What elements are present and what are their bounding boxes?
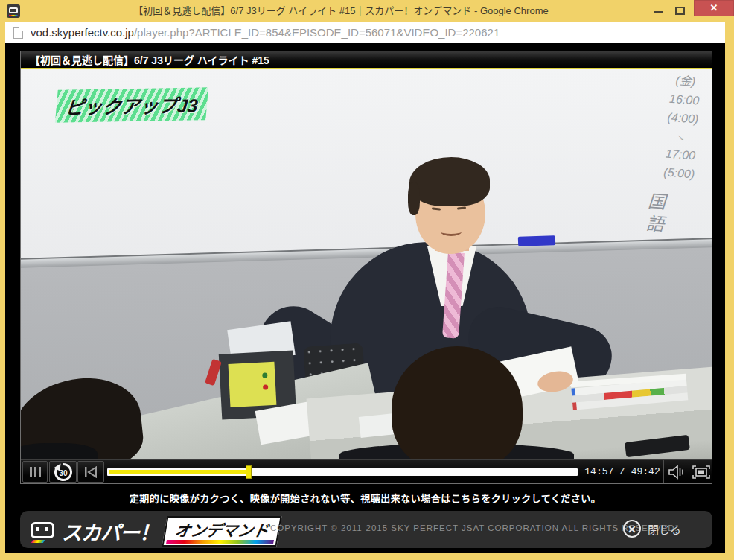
url-domain: vod.skyperfectv.co.jp — [31, 26, 134, 39]
volume-button[interactable] — [664, 461, 689, 483]
close-player-button[interactable]: ✕ 閉じる — [623, 520, 681, 538]
student-left-shoulder — [21, 443, 98, 459]
rainbow-stripe — [166, 540, 274, 544]
svg-text:30: 30 — [59, 468, 68, 477]
skyperfect-ondemand-logo[interactable]: スカパー！ オンデマンド — [31, 516, 279, 547]
player-control-bar: 30 14:57 / 49:42 — [21, 459, 712, 483]
address-bar[interactable]: vod.skyperfectv.co.jp/player.php?ARTICLE… — [5, 22, 725, 43]
tv-eye — [45, 527, 48, 531]
close-window-button[interactable]: ✕ — [694, 0, 734, 16]
troubleshooting-link[interactable]: 定期的に映像がカクつく、映像が開始されない等、視聴出来ない場合はこちらをクリック… — [5, 491, 725, 505]
pause-bar — [30, 467, 32, 477]
player-title-bar: 【初回＆見逃し配信】6/7 J3リーグ ハイライト #15 — [21, 51, 712, 69]
video-display[interactable]: (金) 16:00 (4:00) → 17:00 (5:00) 国語 ピックアッ… — [21, 69, 712, 459]
progress-fill — [109, 470, 250, 474]
handwriting-vertical: 国語 — [639, 191, 669, 237]
minimize-button[interactable] — [654, 11, 663, 13]
window-titlebar: 【初回＆見逃し配信】6/7 J3リーグ ハイライト #15｜スカパー！オンデマン… — [0, 0, 734, 22]
tv-outline — [31, 522, 54, 538]
whiteboard-eraser — [518, 235, 555, 246]
close-label: 閉じる — [648, 521, 681, 537]
fullscreen-icon — [692, 465, 710, 479]
rewind-30-button[interactable]: 30 — [49, 461, 77, 483]
video-player: 【初回＆見逃し配信】6/7 J3リーグ ハイライト #15 (金) 16:00 … — [20, 51, 712, 484]
skip-to-start-button[interactable] — [77, 461, 104, 483]
footer-bar: スカパー！ オンデマンド COPYRIGHT © 2011-2015 SKY P… — [20, 511, 712, 548]
brand-main-text: スカパー！ — [62, 517, 159, 546]
url-path: /player.php?ARTICLE_ID=854&EPISODE_ID=56… — [134, 26, 500, 39]
tv-mascot-icon — [31, 521, 56, 543]
close-circle-icon: ✕ — [623, 520, 641, 538]
progress-thumb[interactable] — [246, 465, 252, 479]
teacher-hair-side — [408, 182, 420, 215]
url-text[interactable]: vod.skyperfectv.co.jp/player.php?ARTICLE… — [31, 22, 500, 43]
red-dot — [263, 384, 268, 389]
copyright-text: COPYRIGHT © 2011-2015 SKY PERFECT JSAT C… — [270, 524, 678, 532]
window-title: 【初回＆見逃し配信】6/7 J3リーグ ハイライト #15｜スカパー！オンデマン… — [45, 0, 637, 22]
browser-window: 【初回＆見逃し配信】6/7 J3リーグ ハイライト #15｜スカパー！オンデマン… — [0, 0, 734, 560]
time-display: 14:57 / 49:42 — [581, 460, 664, 483]
page-icon — [13, 27, 23, 39]
handwriting-line: (5:00) — [643, 162, 712, 185]
seek-bar[interactable] — [107, 468, 578, 476]
yellow-sticky-note — [228, 362, 276, 407]
maximize-button[interactable] — [675, 7, 685, 15]
brand-sub-text: オンデマンド — [173, 518, 271, 541]
pause-bar — [39, 467, 41, 477]
skip-back-icon — [83, 466, 98, 478]
handwriting-arrow: → — [671, 126, 692, 146]
pause-bar — [34, 467, 36, 477]
speaker-icon — [668, 465, 686, 480]
brand-sub-box: オンデマンド — [162, 516, 281, 547]
rewind-30-icon: 30 — [54, 462, 73, 482]
broadcast-overlay-logo: ピックアップJ3 — [55, 87, 208, 123]
pause-button[interactable] — [22, 461, 48, 483]
tv-eye — [36, 527, 39, 531]
teacher-smile — [441, 227, 462, 236]
app-icon — [7, 4, 20, 18]
rainbow-stripe — [31, 540, 45, 543]
page-background: 【初回＆見逃し配信】6/7 J3リーグ ハイライト #15 (金) 16:00 … — [5, 43, 725, 553]
tv-glyph — [9, 7, 18, 13]
whiteboard-handwriting: (金) 16:00 (4:00) → 17:00 (5:00) 国語 — [639, 70, 712, 241]
teacher-hair — [409, 157, 490, 206]
fullscreen-button[interactable] — [690, 461, 712, 483]
green-dot — [262, 372, 267, 378]
rainbow-stripe — [9, 15, 18, 16]
